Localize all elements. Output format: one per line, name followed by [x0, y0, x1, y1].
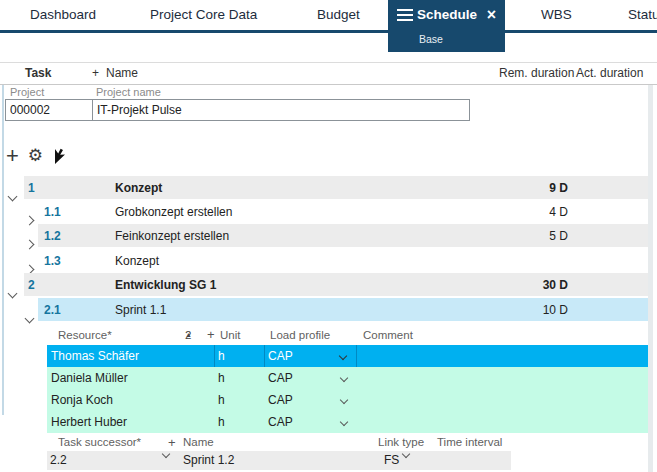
successor-table-header: Task successor* + Name Link type Time in… — [47, 433, 648, 452]
column-successor-name: Name — [183, 433, 214, 452]
task-name: Grobkonzept erstellen — [115, 200, 232, 224]
task-number: 1 — [28, 176, 35, 200]
task-number: 2 — [28, 273, 35, 297]
task-table-header: Task + Name Rem. duration Act. duration — [0, 62, 657, 85]
successor-number[interactable]: 2.2 — [50, 451, 67, 470]
task-name: Konzept — [115, 249, 159, 273]
task-number: 1.2 — [44, 224, 61, 248]
tab-schedule-label: Schedule — [417, 7, 477, 22]
chevron-down-icon[interactable] — [340, 374, 348, 382]
column-resource[interactable]: Resource* — [58, 325, 112, 345]
cursor-icon[interactable] — [52, 147, 68, 166]
gear-icon[interactable]: ⚙ — [28, 145, 43, 167]
tab-underline — [0, 30, 657, 33]
resource-unit[interactable]: h — [215, 389, 265, 411]
close-icon[interactable]: × — [487, 5, 496, 25]
resource-comment[interactable] — [357, 389, 648, 411]
column-unit: Unit — [220, 325, 240, 345]
chevron-down-icon[interactable] — [340, 418, 348, 426]
add-column-icon[interactable]: + — [92, 66, 99, 80]
expand-icon[interactable] — [26, 208, 33, 232]
collapse-icon[interactable] — [9, 281, 16, 305]
task-row[interactable]: 1.2 Feinkonzept erstellen 5 D — [38, 224, 648, 248]
task-name: Sprint 1.1 — [115, 298, 166, 322]
column-rem-duration: Rem. duration — [499, 66, 574, 80]
load-profile-select[interactable]: CAP — [265, 367, 357, 389]
resource-name[interactable]: Ronja Koch — [47, 389, 215, 411]
task-number: 1.1 — [44, 200, 61, 224]
resource-comment[interactable] — [357, 345, 648, 367]
chevron-down-icon[interactable] — [340, 396, 348, 404]
resource-comment[interactable] — [357, 367, 648, 389]
left-scrollbar[interactable] — [2, 62, 4, 415]
resource-row[interactable]: Ronja Koch h CAP — [47, 389, 648, 411]
column-task: Task — [25, 66, 51, 80]
plus-icon[interactable]: + — [6, 145, 19, 167]
task-row[interactable]: 1.1 Grobkonzept erstellen 4 D — [38, 200, 648, 224]
task-duration: 4 D — [498, 200, 568, 224]
vertical-scrollbar[interactable] — [648, 62, 653, 472]
tab-bar: Dashboard Project Core Data Budget Sched… — [0, 0, 657, 33]
tab-project-core-data[interactable]: Project Core Data — [150, 0, 257, 30]
resource-unit[interactable]: h — [215, 345, 265, 367]
project-name-input[interactable] — [92, 99, 470, 121]
project-label: Project — [10, 86, 44, 98]
resource-name[interactable]: Daniela Müller — [47, 367, 215, 389]
resource-row[interactable]: Herbert Huber h CAP — [47, 411, 648, 433]
schedule-window: Dashboard Project Core Data Budget Sched… — [0, 0, 657, 472]
tab-schedule-subtitle: Base — [419, 33, 443, 45]
column-load-profile: Load profile — [270, 325, 330, 345]
task-duration: 5 D — [498, 224, 568, 248]
tab-wbs[interactable]: WBS — [541, 0, 572, 30]
tab-schedule[interactable]: Schedule × Base — [388, 0, 505, 52]
column-act-duration: Act. duration — [576, 66, 643, 80]
load-profile-select[interactable]: CAP — [265, 411, 357, 433]
tab-budget[interactable]: Budget — [317, 0, 360, 30]
task-number: 2.1 — [44, 298, 61, 322]
resource-unit[interactable]: h — [215, 367, 265, 389]
resource-row[interactable]: Daniela Müller h CAP — [47, 367, 648, 389]
chevron-down-icon[interactable] — [339, 352, 347, 360]
task-row[interactable]: 1 Konzept 9 D — [24, 176, 648, 200]
task-duration: 10 D — [498, 298, 568, 322]
tab-dashboard[interactable]: Dashboard — [30, 0, 96, 30]
project-name-label: Project name — [96, 86, 161, 98]
task-number: 1.3 — [44, 249, 61, 273]
collapse-icon[interactable] — [26, 306, 33, 330]
task-toolbar: + ⚙ — [6, 143, 68, 169]
column-task-successor: Task successor* — [58, 433, 141, 452]
load-profile-select[interactable]: CAP — [265, 345, 357, 367]
task-duration: 30 D — [498, 273, 568, 297]
tab-status[interactable]: Status — [628, 0, 657, 30]
project-id-input[interactable] — [5, 99, 93, 121]
link-type-value[interactable]: FS — [384, 451, 399, 470]
column-link-type: Link type — [378, 433, 424, 452]
resource-row-selected[interactable]: Thomas Schäfer h CAP — [47, 345, 648, 367]
resource-unit[interactable]: h — [215, 411, 265, 433]
task-duration: 9 D — [498, 176, 568, 200]
expand-icon[interactable] — [26, 232, 33, 256]
task-row-selected[interactable]: 2.1 Sprint 1.1 10 D — [38, 298, 648, 322]
resource-table-header: Resource* 2▲ + Unit Load profile Comment — [47, 325, 648, 345]
resource-comment[interactable] — [357, 411, 648, 433]
add-successor-icon[interactable]: + — [168, 433, 176, 452]
sort-asc-icon: ▲ — [185, 325, 192, 345]
task-name: Konzept — [115, 176, 162, 200]
resource-name[interactable]: Thomas Schäfer — [47, 345, 215, 367]
column-comment: Comment — [363, 325, 413, 345]
column-time-interval: Time interval — [437, 433, 502, 452]
resource-name[interactable]: Herbert Huber — [47, 411, 215, 433]
successor-name: Sprint 1.2 — [183, 451, 234, 470]
task-name: Feinkonzept erstellen — [115, 224, 229, 248]
load-profile-select[interactable]: CAP — [265, 389, 357, 411]
successor-row[interactable]: 2.2 Sprint 1.2 FS — [47, 451, 511, 470]
column-name: Name — [106, 66, 138, 80]
task-name: Entwicklung SG 1 — [115, 273, 216, 297]
hamburger-menu-icon[interactable] — [397, 9, 413, 21]
task-row[interactable]: 1.3 Konzept — [38, 249, 648, 273]
add-resource-icon[interactable]: + — [207, 325, 215, 345]
collapse-icon[interactable] — [9, 184, 16, 208]
task-row[interactable]: 2 Entwicklung SG 1 30 D — [24, 273, 648, 297]
